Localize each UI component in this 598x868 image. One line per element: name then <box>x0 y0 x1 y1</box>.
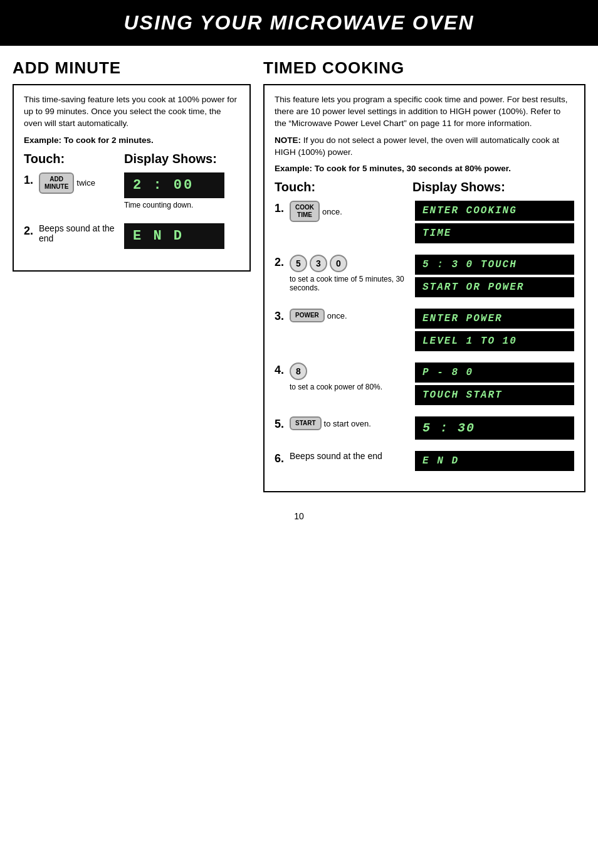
tc-step-1: 1. COOKTIME once. ENTER COOKING TIME <box>275 201 574 243</box>
tc-step-2-display-2: START OR POWER <box>415 277 574 297</box>
step-1-display: 2 : 00 Time counting down. <box>124 172 239 213</box>
step-1-display-screen: 2 : 00 <box>124 172 224 198</box>
tc-step-4: 4. 8 to set a cook power of 80%. P - 8 0… <box>275 363 574 405</box>
step-2-display-screen: E N D <box>124 223 224 249</box>
display-col-header: Display Shows: <box>124 152 239 169</box>
add-minute-description: This time-saving feature lets you cook a… <box>24 94 239 130</box>
tc-step-5-extra: to start oven. <box>324 419 371 428</box>
cook-time-button[interactable]: COOKTIME <box>290 201 320 222</box>
add-minute-button[interactable]: ADDMINUTE <box>39 172 74 194</box>
tc-step-1-display-1: ENTER COOKING <box>415 201 574 221</box>
tc-step-5-number: 5. <box>275 418 290 431</box>
page-number: 10 <box>0 492 598 527</box>
timed-cooking-description: This feature lets you program a specific… <box>275 94 574 130</box>
tc-step-6-display-stack: E N D <box>415 451 574 471</box>
add-minute-title: ADD MINUTE <box>13 58 251 78</box>
page-header: USING YOUR MICROWAVE OVEN <box>0 0 598 46</box>
step-2-number: 2. <box>24 225 39 238</box>
step-1-touch-content: ADDMINUTE twice <box>39 172 119 194</box>
tc-step-1-extra: once. <box>322 207 342 216</box>
tc-step-2-number: 2. <box>275 256 290 269</box>
tc-step-6-touch: Beeps sound at the end <box>290 451 415 461</box>
tc-display-col-header: Display Shows: <box>412 180 574 197</box>
note-label: NOTE: <box>275 135 303 145</box>
touch-col-header: Touch: <box>24 152 124 169</box>
step-2-touch-text: Beeps sound at the end <box>39 223 115 243</box>
step-1-caption: Time counting down. <box>124 201 239 209</box>
tc-step-5-display-1: 5 : 30 <box>415 416 574 440</box>
step-1-touch-extra: twice <box>76 178 95 188</box>
tc-step-2-display-1: 5 : 3 0 TOUCH <box>415 255 574 275</box>
timed-cooking-example: Example: To cook for 5 minutes, 30 secon… <box>275 163 574 175</box>
tc-step-6-display-1: E N D <box>415 451 574 471</box>
display-header-label: Display Shows: <box>124 152 239 166</box>
tc-touch-header-label: Touch: <box>275 180 412 194</box>
timed-cooking-title: TIMED COOKING <box>263 58 585 78</box>
tc-step-2: 2. 5 3 0 to set a cook time of 5 minutes… <box>275 255 574 297</box>
timed-cooking-headers: Touch: Display Shows: <box>275 180 574 197</box>
tc-step-4-touch: 8 to set a cook power of 80%. <box>290 363 415 391</box>
tc-step-3-display-stack: ENTER POWER LEVEL 1 TO 10 <box>415 309 574 351</box>
tc-step-6: 6. Beeps sound at the end E N D <box>275 451 574 471</box>
tc-step-6-number: 6. <box>275 452 290 465</box>
number-8-button[interactable]: 8 <box>290 363 307 380</box>
tc-step-5-display: 5 : 30 <box>415 416 574 440</box>
number-0-button[interactable]: 0 <box>330 255 347 272</box>
add-minute-example: Example: To cook for 2 minutes. <box>24 135 239 147</box>
tc-step-2-touch: 5 3 0 to set a cook time of 5 minutes, 3… <box>290 255 415 292</box>
step-2-touch: Beeps sound at the end <box>39 223 124 243</box>
tc-step-6-display: E N D <box>415 451 574 471</box>
tc-step-4-extra: to set a cook power of 80%. <box>290 383 410 391</box>
tc-step-1-display: ENTER COOKING TIME <box>415 201 574 243</box>
tc-step-4-touch-content: 8 <box>290 363 410 380</box>
step-1-touch: ADDMINUTE twice <box>39 172 124 194</box>
tc-touch-col-header: Touch: <box>275 180 412 197</box>
tc-step-2-display: 5 : 3 0 TOUCH START OR POWER <box>415 255 574 297</box>
tc-step-6-touch-text: Beeps sound at the end <box>290 451 382 461</box>
note-body: If you do not select a power level, the … <box>275 135 559 157</box>
tc-display-header-label: Display Shows: <box>412 180 574 194</box>
tc-step-3-display-1: ENTER POWER <box>415 309 574 329</box>
timed-cooking-section: TIMED COOKING This feature lets you prog… <box>263 58 585 492</box>
tc-step-2-touch-content: 5 3 0 <box>290 255 410 272</box>
tc-step-4-display-2: TOUCH START <box>415 385 574 405</box>
tc-step-2-extra: to set a cook time of 5 minutes, 30 seco… <box>290 275 410 292</box>
tc-step-1-touch: COOKTIME once. <box>290 201 415 222</box>
start-button[interactable]: START <box>290 416 322 430</box>
tc-step-3-touch: POWER once. <box>290 309 415 322</box>
tc-step-3-touch-content: POWER once. <box>290 309 410 322</box>
number-3-button[interactable]: 3 <box>310 255 327 272</box>
tc-step-4-display-stack: P - 8 0 TOUCH START <box>415 363 574 405</box>
tc-step-5: 5. START to start oven. 5 : 30 <box>275 416 574 440</box>
tc-step-3-extra: once. <box>327 311 347 320</box>
tc-step-3-number: 3. <box>275 310 290 323</box>
add-minute-step-1: 1. ADDMINUTE twice 2 : 00 Time counting … <box>24 172 239 213</box>
add-minute-box: This time-saving feature lets you cook a… <box>13 84 251 272</box>
step-1-number: 1. <box>24 174 39 187</box>
add-minute-section: ADD MINUTE This time-saving feature lets… <box>13 58 251 492</box>
add-minute-headers: Touch: Display Shows: <box>24 152 239 169</box>
page-title: USING YOUR MICROWAVE OVEN <box>13 11 585 34</box>
main-content: ADD MINUTE This time-saving feature lets… <box>0 58 598 492</box>
touch-header-label: Touch: <box>24 152 124 166</box>
add-minute-step-2: 2. Beeps sound at the end E N D <box>24 223 239 251</box>
tc-step-5-touch: START to start oven. <box>290 416 415 430</box>
tc-step-1-display-stack: ENTER COOKING TIME <box>415 201 574 243</box>
step-2-display: E N D <box>124 223 239 251</box>
tc-step-3-display: ENTER POWER LEVEL 1 TO 10 <box>415 309 574 351</box>
timed-cooking-note: NOTE: If you do not select a power level… <box>275 135 574 159</box>
tc-step-4-display-1: P - 8 0 <box>415 363 574 383</box>
tc-step-5-display-stack: 5 : 30 <box>415 416 574 440</box>
tc-step-1-display-2: TIME <box>415 223 574 243</box>
power-button[interactable]: POWER <box>290 309 325 322</box>
tc-step-3: 3. POWER once. ENTER POWER LEVEL 1 TO 10 <box>275 309 574 351</box>
tc-step-5-touch-content: START to start oven. <box>290 416 410 430</box>
timed-cooking-box: This feature lets you program a specific… <box>263 84 585 492</box>
tc-step-2-display-stack: 5 : 3 0 TOUCH START OR POWER <box>415 255 574 297</box>
tc-step-1-number: 1. <box>275 202 290 215</box>
number-5-button[interactable]: 5 <box>290 255 307 272</box>
tc-step-1-touch-content: COOKTIME once. <box>290 201 410 222</box>
tc-step-4-number: 4. <box>275 364 290 377</box>
tc-step-4-display: P - 8 0 TOUCH START <box>415 363 574 405</box>
tc-step-3-display-2: LEVEL 1 TO 10 <box>415 331 574 351</box>
